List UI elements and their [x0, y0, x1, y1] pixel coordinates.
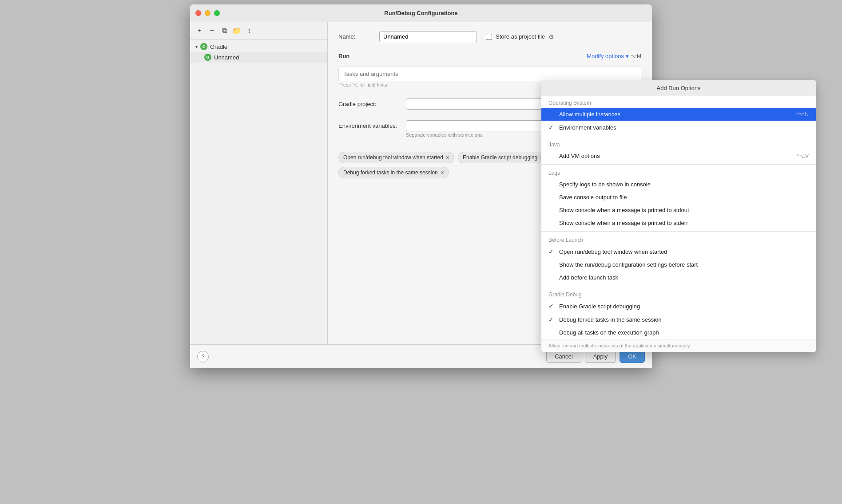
gear-icon[interactable]: ⚙: [548, 33, 554, 40]
chevron-icon: ▾: [195, 44, 198, 49]
sidebar-item-gradle[interactable]: ▾ G Gradle: [190, 41, 327, 52]
dropdown-item-debug-forked-gradle[interactable]: ✓ Debug forked tasks in the same session: [541, 313, 816, 326]
modify-options-label: Modify options: [587, 53, 624, 59]
store-project-checkbox[interactable]: [486, 34, 492, 40]
help-icon: ?: [201, 353, 204, 360]
run-section-title: Run: [338, 53, 350, 59]
chip-label: Open run/debug tool window when started: [343, 154, 443, 161]
dropdown-section-os: Operating System: [541, 96, 816, 108]
checkmark-icon: ✓: [548, 124, 556, 131]
chip-gradle-script: Enable Gradle script debugging ×: [458, 152, 548, 163]
sidebar-toolbar: + − ⧉ 📁 ↕: [190, 22, 327, 39]
gradle-icon: G: [200, 43, 207, 50]
env-variables-label: Environment variables:: [338, 122, 401, 129]
dropdown-divider: [541, 231, 816, 232]
title-bar: Run/Debug Configurations: [190, 4, 652, 22]
dropdown-item-open-run-debug-launch[interactable]: ✓ Open run/debug tool window when starte…: [541, 245, 816, 258]
dropdown-item-label: Open run/debug tool window when started: [559, 248, 667, 255]
dropdown-footer: Allow running multiple instances of the …: [541, 339, 816, 352]
traffic-lights: [195, 10, 220, 16]
dropdown-item-label: Enable Gradle script debugging: [559, 303, 640, 310]
chip-open-run-debug: Open run/debug tool window when started …: [338, 152, 454, 163]
dialog-container: Run/Debug Configurations + − ⧉ 📁: [190, 4, 652, 368]
dropdown-item-left: Show console when a message is printed t…: [548, 207, 689, 213]
name-label: Name:: [338, 33, 374, 40]
dropdown-item-left: ✓ Enable Gradle script debugging: [548, 303, 640, 310]
dropdown-item-left: Add VM options: [548, 153, 600, 159]
dropdown-item-save-console[interactable]: Save console output to file: [541, 191, 816, 204]
dropdown-item-left: Save console output to file: [548, 194, 627, 201]
dropdown-item-label: Show console when a message is printed t…: [559, 220, 688, 226]
sort-config-button[interactable]: ↕: [244, 26, 254, 35]
dropdown-item-label: Allow multiple instances: [559, 111, 620, 118]
dropdown-item-label: Environment variables: [559, 124, 616, 131]
modify-options-button[interactable]: Modify options ▾ ⌥M: [587, 53, 641, 59]
dropdown-item-show-console-stderr[interactable]: Show console when a message is printed t…: [541, 217, 816, 229]
dropdown-section-java: Java: [541, 138, 816, 150]
checkmark-icon: ✓: [548, 316, 556, 323]
copy-config-button[interactable]: ⧉: [219, 26, 229, 35]
dropdown-item-enable-gradle-debug[interactable]: ✓ Enable Gradle script debugging: [541, 299, 816, 313]
dropdown-item-show-settings-before[interactable]: Show the run/debug configuration setting…: [541, 258, 816, 271]
dropdown-divider: [541, 286, 816, 286]
chip-close-button[interactable]: ×: [446, 154, 449, 161]
dropdown-item-debug-all-tasks[interactable]: Debug all tasks on the execution graph: [541, 326, 816, 339]
dropdown-item-add-before-launch[interactable]: Add before launch task: [541, 271, 816, 284]
name-input[interactable]: [379, 31, 477, 42]
dropdown-item-left: Add before launch task: [548, 274, 618, 281]
dropdown-item-left: Show console when a message is printed t…: [548, 220, 688, 226]
sidebar-child-label: Unnamed: [214, 54, 239, 61]
dropdown-menu: Add Run Options Operating System Allow m…: [541, 80, 816, 352]
dialog-title: Run/Debug Configurations: [384, 10, 457, 16]
dropdown-section-gradle-debug: Gradle Debug: [541, 288, 816, 299]
gradle-project-label: Gradle project:: [338, 101, 401, 107]
dropdown-item-left: ✓ Debug forked tasks in the same session: [548, 316, 662, 323]
dropdown-section-before-launch: Before Launch: [541, 233, 816, 245]
dropdown-item-add-vm[interactable]: Add VM options ^⌥V: [541, 150, 816, 162]
dropdown-item-left: Show the run/debug configuration setting…: [548, 261, 698, 268]
dropdown-item-label: Debug all tasks on the execution graph: [559, 329, 659, 336]
sidebar-group-label: Gradle: [210, 43, 227, 50]
dropdown-item-left: Allow multiple instances: [548, 111, 620, 118]
chevron-down-icon: ▾: [626, 53, 629, 59]
sidebar-item-unnamed[interactable]: G Unnamed: [190, 52, 327, 63]
shortcut-label: ^⌥V: [796, 153, 809, 159]
dropdown-item-allow-multiple[interactable]: Allow multiple instances ^⌥U: [541, 108, 816, 121]
chip-label: Enable Gradle script debugging: [463, 154, 537, 161]
maximize-button[interactable]: [214, 10, 220, 16]
dropdown-section-logs: Logs: [541, 166, 816, 178]
dropdown-item-left: ✓ Open run/debug tool window when starte…: [548, 248, 667, 255]
dropdown-item-env-vars[interactable]: ✓ Environment variables: [541, 121, 816, 134]
dropdown-item-specify-logs[interactable]: Specify logs to be shown in console: [541, 178, 816, 191]
help-button[interactable]: ?: [197, 351, 209, 362]
run-section-header: Run Modify options ▾ ⌥M: [338, 53, 641, 59]
checkmark-icon: ✓: [548, 303, 556, 310]
dropdown-item-left: ✓ Environment variables: [548, 124, 616, 131]
sidebar-content: ▾ G Gradle G Unnamed: [190, 39, 327, 350]
close-button[interactable]: [195, 10, 201, 16]
chip-close-button[interactable]: ×: [441, 169, 444, 176]
gradle-child-icon: G: [204, 54, 211, 61]
minimize-button[interactable]: [205, 10, 210, 16]
checkmark-icon: ✓: [548, 248, 556, 255]
dropdown-item-show-console-stdout[interactable]: Show console when a message is printed t…: [541, 204, 816, 217]
dropdown-item-label: Specify logs to be shown in console: [559, 181, 651, 188]
tasks-input[interactable]: [338, 67, 641, 81]
folder-config-button[interactable]: 📁: [232, 26, 242, 35]
dropdown-divider: [541, 136, 816, 136]
dropdown-header: Add Run Options: [541, 80, 816, 96]
chip-debug-forked: Debug forked tasks in the same session ×: [338, 167, 449, 178]
name-row: Name: Store as project file ⚙: [338, 31, 641, 42]
dropdown-item-label: Show the run/debug configuration setting…: [559, 261, 698, 268]
dropdown-item-left: Specify logs to be shown in console: [548, 181, 651, 188]
dropdown-item-left: Debug all tasks on the execution graph: [548, 329, 659, 336]
remove-config-button[interactable]: −: [207, 26, 217, 35]
sidebar: + − ⧉ 📁 ↕: [190, 22, 328, 368]
modify-options-shortcut: ⌥M: [631, 53, 641, 59]
dropdown-item-label: Add before launch task: [559, 274, 618, 281]
dropdown-item-label: Debug forked tasks in the same session: [559, 316, 662, 323]
dropdown-item-label: Show console when a message is printed t…: [559, 207, 689, 213]
add-config-button[interactable]: +: [195, 26, 204, 35]
dropdown-item-label: Save console output to file: [559, 194, 627, 201]
shortcut-label: ^⌥U: [796, 111, 809, 118]
